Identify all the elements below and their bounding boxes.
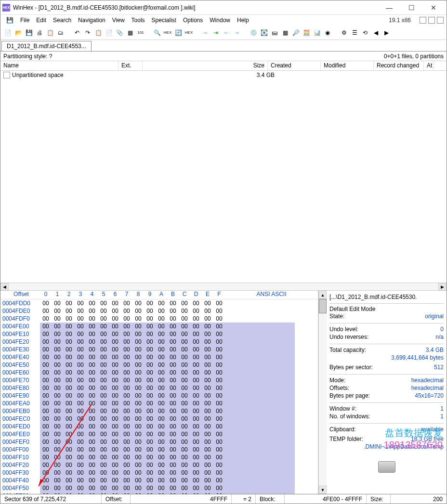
hex-cell[interactable]: 00 [132, 438, 144, 446]
hex-cell[interactable]: 00 [86, 423, 98, 430]
hex-cell[interactable]: 00 [213, 415, 225, 423]
hex-cell[interactable]: 00 [98, 392, 109, 400]
hex-cell[interactable]: 00 [202, 477, 213, 484]
hex-cell[interactable]: 00 [86, 438, 98, 446]
hex-cell[interactable]: 00 [98, 369, 109, 376]
menu-navigation[interactable]: Navigation [75, 16, 108, 25]
hex-cell[interactable]: 00 [190, 384, 202, 392]
mdi-max-icon[interactable] [428, 17, 435, 24]
hex-cell[interactable]: 00 [63, 353, 75, 361]
hex-cell[interactable]: 00 [213, 446, 225, 453]
hex-cell[interactable]: 00 [213, 392, 225, 400]
hex-cell[interactable]: 00 [132, 299, 144, 307]
hex-cell[interactable]: 00 [144, 361, 156, 369]
hex-cell[interactable]: 00 [52, 446, 63, 453]
hex-cell[interactable]: 00 [52, 330, 63, 338]
hex-cell[interactable]: 00 [179, 423, 190, 430]
list-item[interactable]: Unpartitioned space 3.4 GB [0, 71, 447, 79]
hex-cell[interactable]: 00 [75, 330, 86, 338]
hex-cell[interactable]: 00 [121, 484, 132, 492]
hex-cell[interactable]: 00 [63, 330, 75, 338]
ascii-cell[interactable] [225, 453, 295, 461]
hex-cell[interactable]: 00 [98, 477, 109, 484]
hex-row[interactable]: 0004FDE000000000000000000000000000000000 [0, 307, 318, 315]
hex-cell[interactable]: 00 [144, 376, 156, 384]
hex-cell[interactable]: 00 [202, 453, 213, 461]
hex-cell[interactable]: 00 [109, 430, 121, 438]
hex-cell[interactable]: 00 [98, 415, 109, 423]
hex-cell[interactable]: 00 [190, 407, 202, 415]
hex-cell[interactable]: 00 [167, 376, 179, 384]
scroll-right-icon[interactable]: ▶ [438, 283, 447, 290]
hex-cell[interactable]: 00 [121, 346, 132, 353]
hex-col-5[interactable]: 5 [98, 291, 109, 299]
hex-cell[interactable]: 00 [86, 430, 98, 438]
hex-cell[interactable]: 00 [132, 477, 144, 484]
hex-cell[interactable]: 00 [75, 346, 86, 353]
hex-cell[interactable]: 00 [98, 376, 109, 384]
hex-cell[interactable]: 00 [202, 484, 213, 492]
goto-sector-icon[interactable]: ⇥ [211, 28, 220, 37]
hex-cell[interactable]: 00 [121, 415, 132, 423]
hex-cell[interactable]: 00 [156, 315, 167, 323]
hex-col-9[interactable]: 9 [144, 291, 156, 299]
hex-cell[interactable]: 00 [190, 369, 202, 376]
menu-edit[interactable]: Edit [33, 16, 49, 25]
hex-cell[interactable]: 00 [132, 392, 144, 400]
hex-cell[interactable]: 00 [75, 392, 86, 400]
hex-cell[interactable]: 00 [52, 438, 63, 446]
hex-cell[interactable]: 00 [98, 484, 109, 492]
hex-cell[interactable]: 00 [179, 299, 190, 307]
hex-cell[interactable]: 00 [156, 323, 167, 330]
hex-cell[interactable]: 00 [202, 415, 213, 423]
hex-cell[interactable]: 00 [144, 407, 156, 415]
hex-cell[interactable]: 00 [190, 299, 202, 307]
hex-cell[interactable]: 00 [121, 338, 132, 346]
hex-cell[interactable]: 00 [40, 346, 52, 353]
hex-cell[interactable]: 00 [179, 361, 190, 369]
hex-cell[interactable]: 00 [190, 477, 202, 484]
hex-cell[interactable]: 00 [202, 338, 213, 346]
hex-cell[interactable]: 00 [202, 361, 213, 369]
hex-cell[interactable]: 00 [179, 484, 190, 492]
menu-file[interactable]: File [17, 16, 32, 25]
col-record-changed[interactable]: Record changed [374, 61, 424, 70]
hex-cell[interactable]: 00 [190, 461, 202, 469]
open-icon[interactable]: 📂 [14, 28, 23, 37]
hex-row[interactable]: 0004FEF000000000000000000000000000000000 [0, 438, 318, 446]
hex-cell[interactable]: 00 [40, 477, 52, 484]
hex-row[interactable]: 0004FE7000000000000000000000000000000000 [0, 376, 318, 384]
hex-cell[interactable]: 00 [179, 392, 190, 400]
hex-cell[interactable]: 00 [52, 346, 63, 353]
hex-cell[interactable]: 00 [132, 430, 144, 438]
back-icon[interactable]: ← [222, 28, 231, 37]
hex-cell[interactable]: 00 [132, 453, 144, 461]
hex-cell[interactable]: 00 [167, 484, 179, 492]
analyze-icon[interactable]: 📊 [313, 28, 321, 37]
hex-cell[interactable]: 00 [179, 338, 190, 346]
hex-cell[interactable]: 00 [109, 330, 121, 338]
menu-view[interactable]: View [109, 16, 128, 25]
ascii-cell[interactable] [225, 430, 295, 438]
hex-cell[interactable]: 00 [75, 369, 86, 376]
hex-cell[interactable]: 00 [52, 484, 63, 492]
replace-hex-icon[interactable]: HEX [184, 28, 193, 37]
ascii-cell[interactable] [225, 461, 295, 469]
hex-cell[interactable]: 00 [86, 469, 98, 477]
hex-cell[interactable]: 00 [213, 353, 225, 361]
hex-cell[interactable]: 00 [40, 323, 52, 330]
hex-cell[interactable]: 00 [213, 484, 225, 492]
undo-icon[interactable]: ↶ [73, 28, 81, 37]
hex-cell[interactable]: 00 [121, 453, 132, 461]
hex-cell[interactable]: 00 [132, 315, 144, 323]
hex-cell[interactable]: 00 [190, 484, 202, 492]
hex-cell[interactable]: 00 [52, 299, 63, 307]
hex-cell[interactable]: 00 [109, 446, 121, 453]
hex-cell[interactable]: 00 [202, 330, 213, 338]
hex-cell[interactable]: 00 [202, 400, 213, 407]
hex-cell[interactable]: 00 [86, 323, 98, 330]
hex-cell[interactable]: 00 [109, 400, 121, 407]
hex-cell[interactable]: 00 [98, 430, 109, 438]
hex-cell[interactable]: 00 [202, 369, 213, 376]
hex-row[interactable]: 0004FF5000000000000000000000000000000000 [0, 484, 318, 492]
